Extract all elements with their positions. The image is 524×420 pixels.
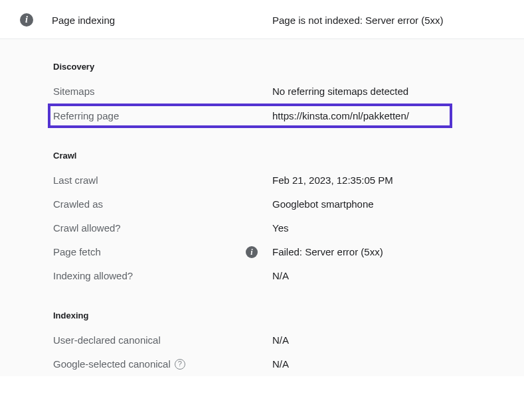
indexing-allowed-value: N/A [272, 270, 289, 282]
last-crawl-row: Last crawl Feb 21, 2023, 12:35:05 PM [53, 169, 508, 192]
google-canonical-label-text: Google-selected canonical [53, 358, 171, 370]
google-canonical-row: Google-selected canonical ? N/A [53, 352, 508, 376]
discovery-heading: Discovery [53, 51, 508, 80]
referring-page-value: https://kinsta.com/nl/pakketten/ [272, 110, 409, 121]
indexing-allowed-label: Indexing allowed? [53, 270, 272, 282]
info-icon: i [20, 13, 33, 27]
crawl-allowed-row: Crawl allowed? Yes [53, 216, 508, 240]
crawl-heading: Crawl [53, 140, 508, 169]
last-crawl-label: Last crawl [53, 175, 272, 186]
page-fetch-label: Page fetch i [53, 246, 272, 258]
page-status: Page is not indexed: Server error (5xx) [272, 15, 444, 26]
user-canonical-value: N/A [272, 334, 289, 346]
indexing-allowed-row: Indexing allowed? N/A [53, 264, 508, 288]
google-canonical-label: Google-selected canonical ? [53, 358, 272, 370]
crawled-as-value: Googlebot smartphone [272, 198, 374, 210]
referring-page-label: Referring page [53, 110, 272, 121]
info-icon[interactable]: i [246, 246, 258, 258]
indexing-heading: Indexing [53, 300, 508, 328]
sitemaps-row: Sitemaps No referring sitemaps detected [53, 80, 508, 104]
sitemaps-value: No referring sitemaps detected [272, 86, 408, 98]
sitemaps-label: Sitemaps [53, 86, 272, 98]
page-indexing-header: i Page indexing Page is not indexed: Ser… [0, 0, 524, 39]
page-title: Page indexing [52, 15, 272, 26]
user-canonical-row: User-declared canonical N/A [53, 328, 508, 352]
help-icon[interactable]: ? [175, 359, 185, 370]
details-panel: Discovery Sitemaps No referring sitemaps… [0, 39, 524, 376]
google-canonical-value: N/A [272, 358, 289, 370]
page-fetch-value: Failed: Server error (5xx) [272, 246, 383, 258]
page-fetch-label-text: Page fetch [53, 246, 101, 258]
crawl-allowed-value: Yes [272, 222, 288, 234]
page-fetch-row: Page fetch i Failed: Server error (5xx) [53, 240, 508, 264]
referring-page-row: Referring page https://kinsta.com/nl/pak… [48, 104, 452, 128]
crawl-allowed-label: Crawl allowed? [53, 222, 272, 234]
crawled-as-label: Crawled as [53, 198, 272, 210]
crawled-as-row: Crawled as Googlebot smartphone [53, 192, 508, 216]
user-canonical-label: User-declared canonical [53, 334, 272, 346]
last-crawl-value: Feb 21, 2023, 12:35:05 PM [272, 175, 393, 186]
